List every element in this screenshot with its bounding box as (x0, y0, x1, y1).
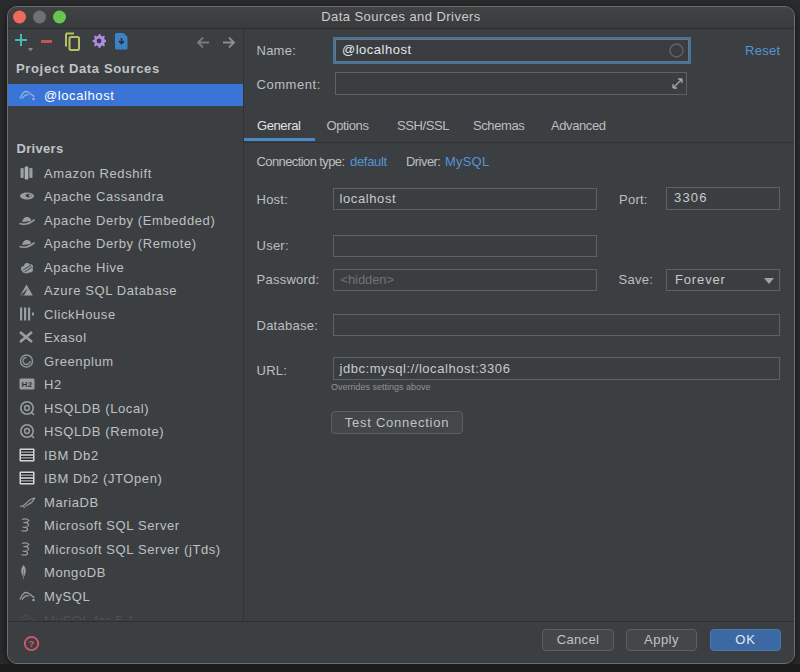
svg-text:H2: H2 (22, 380, 33, 389)
svg-text:?: ? (28, 638, 34, 649)
